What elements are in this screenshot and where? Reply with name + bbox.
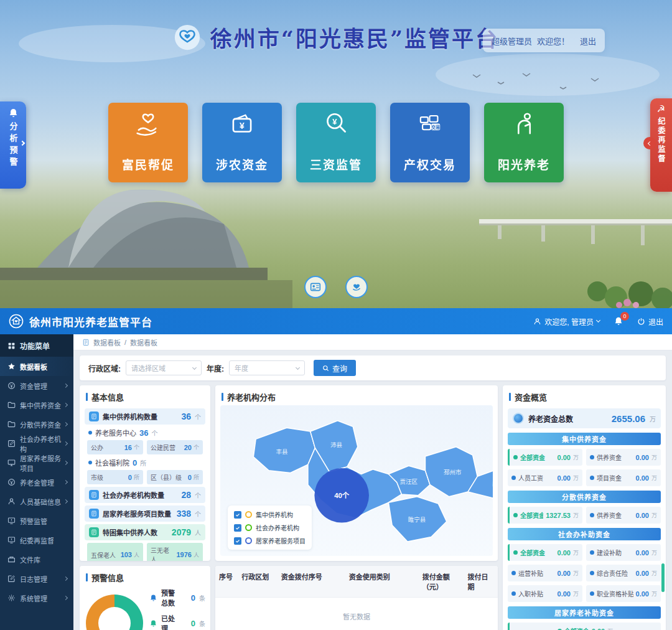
scrollbar-thumb[interactable] (661, 563, 665, 592)
chevron-down-icon (192, 365, 197, 369)
chevron-right-icon (63, 596, 68, 600)
map-area: 丰县 沛县 贾汪区 邳州市 新沂市 睢宁县 40个 (220, 405, 493, 556)
sidebar-item-warning-supervision[interactable]: 预警监管 (0, 511, 73, 530)
bullet-service-center: 养老服务中心 36 个 (88, 428, 202, 438)
breadcrumb: 数据看板 / 数据看板 (73, 334, 672, 350)
sidebar-menu-header[interactable]: 功能菜单 (0, 334, 73, 357)
tile-label: 富民帮促 (122, 156, 174, 172)
sidebar-item-discipline-supervision[interactable]: 纪委再监督 (0, 530, 73, 550)
sidebar-item-social-org[interactable]: 社会办养老机构 (0, 434, 73, 453)
fund-cell: 供养资金0.00万 (586, 507, 661, 524)
sidebar-item-central-fund[interactable]: 集中供养资金 (0, 395, 73, 415)
map-legend: 集中供养机构 社会办养老机构 (228, 505, 312, 550)
fund-cell: 职业资格补贴0.00万 (586, 585, 661, 602)
tile-fumin-bangcu[interactable]: 富民帮促 (108, 103, 188, 182)
sidebar-item-log-mgmt[interactable]: 日志管理 (0, 569, 73, 588)
col-category: 资金使用类别 (345, 566, 419, 597)
box-icon (7, 555, 16, 563)
col-index: 序号 (215, 566, 238, 597)
stat-home-projects: 居家养老服务项目数量 338 个 (85, 505, 205, 522)
query-button[interactable]: 查询 (314, 360, 356, 376)
logout-button[interactable]: 退出 (637, 316, 663, 327)
region-select[interactable]: 请选择区域 (126, 360, 202, 375)
notification-bell-button[interactable]: 0 (614, 316, 623, 326)
heart-care-button[interactable] (345, 276, 368, 298)
map-label-peixian: 沛县 (330, 441, 342, 448)
tile-shenong-zijin[interactable]: ¥ 涉农资金 (202, 103, 282, 182)
id-card-button[interactable] (304, 276, 327, 298)
fund-total-row: 养老资金总数 2655.06 万 (508, 408, 661, 428)
fund-section-header: 居家养老补助资金 (508, 606, 661, 619)
dashboard-brand: 徐州市阳光养老监管平台 (9, 314, 152, 329)
topbar-welcome: 欢迎您, 管理员 (544, 316, 594, 327)
sidebar-item-label: 预警监管 (20, 516, 47, 526)
query-button-label: 查询 (332, 363, 347, 374)
user-role: 超级管理员 (492, 35, 532, 47)
checkbox-checked-icon[interactable] (234, 537, 241, 545)
home-heart-logo-icon (9, 314, 24, 329)
sidebar-item-data-board[interactable]: 数据看板 (0, 357, 73, 376)
stat-unit: 个 (195, 491, 201, 500)
sidebar-item-label: 纪委再监督 (20, 535, 54, 545)
stat-label: 居家养老服务项目数量 (103, 509, 171, 519)
coin-icon (7, 382, 16, 390)
legend-social-orgs[interactable]: 社会办养老机构 (234, 523, 306, 532)
sidebar-item-label: 数据看板 (20, 362, 47, 372)
fund-cell: 供养资金0.00万 (586, 449, 661, 466)
bullet-value: 36 (139, 428, 148, 438)
sidebar-item-fund-mgmt[interactable]: 资金管理 (0, 376, 73, 395)
doc-icon (89, 411, 99, 421)
fund-cell: 人员工资0.00万 (508, 469, 582, 486)
basic-info-panel: 基本信息 集中供养机构数量 36 个 养老服务中心 36 (80, 385, 210, 561)
legend-central-orgs[interactable]: 集中供养机构 (234, 510, 306, 519)
map-label-xinyi: 新沂市 (492, 481, 493, 487)
chevron-down-icon (296, 365, 300, 369)
legend-home-projects[interactable]: 居家养老服务项目 (234, 536, 306, 545)
module-tiles: 富民帮促 ¥ 涉农资金 ¥ 三资监管 (0, 103, 672, 182)
table-header-row: 序号 行政区划 资金拨付序号 资金使用类别 拨付金额（元） 拨付日期 (215, 566, 498, 598)
warning-total-stat: 预警总数 0 条 (149, 588, 205, 608)
stat-label: 特困集中供养人数 (103, 527, 157, 537)
warning-info-panel: 预警信息 预警总数 0 条 (80, 566, 210, 630)
tile-sanzi-jianguan[interactable]: ¥ 三资监管 (296, 103, 376, 182)
doc-icon (89, 509, 99, 519)
map-trade-icon: 交易 (414, 108, 446, 140)
sidebar-item-label: 社会办养老机构 (20, 434, 66, 454)
sidebar-item-pension-mgmt[interactable]: 养老金管理 (0, 472, 73, 492)
tile-chanquan-jiaoyi[interactable]: 交易 产权交易 (390, 103, 470, 182)
main-content: 数据看板 / 数据看板 行政区域: 请选择区域 年度: 年度 (73, 334, 672, 630)
user-menu[interactable]: 欢迎您, 管理员 (533, 316, 600, 327)
fund-cell: 入职补贴0.00万 (508, 585, 582, 602)
map-title: 养老机构分布 (215, 385, 498, 406)
chip: 市级0所 (87, 470, 143, 484)
stat-central-orgs: 集中供养机构数量 36 个 (85, 408, 205, 425)
stat-social-orgs: 社会办养老机构数量 28 个 (85, 487, 205, 503)
sidebar-item-label: 集中供养资金 (20, 400, 61, 410)
sidebar-item-label: 居家养老服务项目 (20, 453, 66, 473)
sidebar-item-file-library[interactable]: 文件库 (0, 550, 73, 569)
chevron-down-icon (596, 318, 600, 322)
search-yuan-icon: ¥ (320, 108, 352, 140)
sidebar-item-system-mgmt[interactable]: 系统管理 (0, 588, 73, 608)
sidebar-item-personnel-info[interactable]: 人员基础信息 (0, 492, 73, 511)
elderly-icon (508, 108, 540, 140)
year-select[interactable]: 年度 (229, 360, 305, 375)
sidebar-item-scattered-fund[interactable]: 分散供养资金 (0, 415, 73, 434)
checkbox-checked-icon[interactable] (234, 524, 241, 532)
fund-cell: 建设补助0.00万 (586, 544, 661, 561)
sidebar-item-home-service[interactable]: 居家养老服务项目 (0, 453, 73, 472)
marker-yellow-icon (245, 511, 252, 518)
map-label-suining: 睢宁县 (408, 516, 426, 523)
breadcrumb-parent[interactable]: 数据看板 (93, 337, 121, 347)
tile-yangguang-yanglao[interactable]: 阳光养老 (484, 103, 564, 182)
year-filter-label: 年度: (207, 363, 224, 374)
fund-cell: 全部资金0.00万 (508, 449, 582, 466)
hero-platform-title: 徐州市“阳光惠民”监管平台 (210, 21, 499, 53)
checkbox-checked-icon[interactable] (234, 511, 241, 519)
region-filter-label: 行政区域: (88, 363, 121, 374)
fund-cell: 全部资金1327.53万 (508, 507, 582, 524)
alert-monitor-icon (7, 536, 16, 544)
wallet-yuan-icon: ¥ (226, 108, 258, 140)
hero-logout-button[interactable]: 退出 (580, 35, 596, 47)
breadcrumb-separator: / (124, 339, 126, 346)
